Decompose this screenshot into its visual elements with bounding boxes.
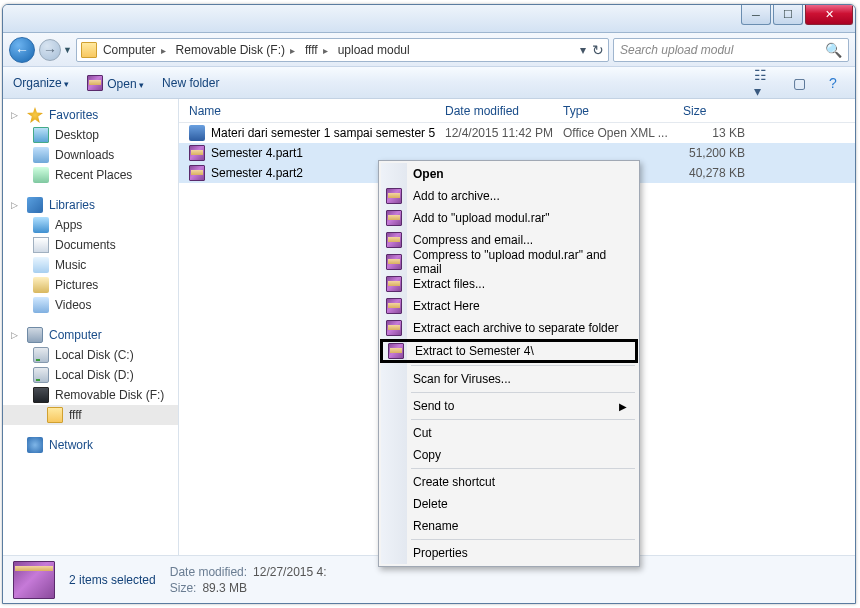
file-type: Office Open XML ... xyxy=(563,126,683,140)
recent-icon xyxy=(33,167,49,183)
tree-favorites[interactable]: ▷Favorites xyxy=(3,105,178,125)
ctx-cut[interactable]: Cut xyxy=(381,422,637,444)
help-button[interactable]: ? xyxy=(821,72,845,94)
refresh-icon[interactable]: ↻ xyxy=(592,42,604,58)
rar-icon xyxy=(386,254,402,270)
file-size: 40,278 KB xyxy=(683,166,745,180)
minimize-button[interactable]: ─ xyxy=(741,5,771,25)
crumb-upload-modul[interactable]: upload modul xyxy=(334,42,414,58)
new-folder-button[interactable]: New folder xyxy=(162,76,219,90)
organize-button[interactable]: Organize xyxy=(13,76,69,90)
tree-computer[interactable]: ▷Computer xyxy=(3,325,178,345)
downloads-icon xyxy=(33,147,49,163)
rar-icon xyxy=(386,210,402,226)
file-size: 51,200 KB xyxy=(683,146,745,160)
tree-local-d[interactable]: Local Disk (D:) xyxy=(3,365,178,385)
file-row[interactable]: Materi dari semester 1 sampai semester 5… xyxy=(179,123,855,143)
ctx-add-named[interactable]: Add to "upload modul.rar" xyxy=(381,207,637,229)
folder-icon xyxy=(47,407,63,423)
tree-network[interactable]: Network xyxy=(3,435,178,455)
rar-icon xyxy=(386,188,402,204)
tree-videos[interactable]: Videos xyxy=(3,295,178,315)
status-selected: 2 items selected xyxy=(69,573,156,587)
tree-documents[interactable]: Documents xyxy=(3,235,178,255)
col-type[interactable]: Type xyxy=(563,104,683,118)
rar-icon xyxy=(386,232,402,248)
star-icon xyxy=(27,107,43,123)
address-bar[interactable]: Computer Removable Disk (F:) ffff upload… xyxy=(76,38,609,62)
ctx-scan-viruses[interactable]: Scan for Viruses... xyxy=(381,368,637,390)
tree-downloads[interactable]: Downloads xyxy=(3,145,178,165)
ctx-send-to[interactable]: Send to▶ xyxy=(381,395,637,417)
pictures-icon xyxy=(33,277,49,293)
ctx-compress-named-email[interactable]: Compress to "upload modul.rar" and email xyxy=(381,251,637,273)
ctx-properties[interactable]: Properties xyxy=(381,542,637,564)
ctx-open[interactable]: Open xyxy=(381,163,637,185)
desktop-icon xyxy=(33,127,49,143)
drive-icon xyxy=(33,367,49,383)
tree-recent-places[interactable]: Recent Places xyxy=(3,165,178,185)
crumb-ffff[interactable]: ffff xyxy=(301,42,332,58)
view-options-button[interactable]: ☷ ▾ xyxy=(753,72,777,94)
tree-removable-f[interactable]: Removable Disk (F:) xyxy=(3,385,178,405)
rar-icon xyxy=(189,165,205,181)
file-size: 13 KB xyxy=(683,126,745,140)
preview-pane-button[interactable]: ▢ xyxy=(787,72,811,94)
file-date: 12/4/2015 11:42 PM xyxy=(445,126,563,140)
rar-icon xyxy=(386,276,402,292)
tree-desktop[interactable]: Desktop xyxy=(3,125,178,145)
ctx-extract-to[interactable]: Extract to Semester 4\ xyxy=(383,342,635,360)
column-headers[interactable]: Name Date modified Type Size xyxy=(179,99,855,123)
drive-icon xyxy=(33,347,49,363)
tree-libraries[interactable]: ▷Libraries xyxy=(3,195,178,215)
history-dropdown-icon[interactable]: ▼ xyxy=(63,45,72,55)
address-dropdown-icon[interactable]: ▾ xyxy=(580,43,586,57)
apps-icon xyxy=(33,217,49,233)
music-icon xyxy=(33,257,49,273)
tree-music[interactable]: Music xyxy=(3,255,178,275)
col-name[interactable]: Name xyxy=(189,104,445,118)
rar-icon xyxy=(386,320,402,336)
videos-icon xyxy=(33,297,49,313)
search-input[interactable]: Search upload modul 🔍 xyxy=(613,38,849,62)
open-button[interactable]: Open xyxy=(87,75,144,91)
file-name: Semester 4.part1 xyxy=(211,146,303,160)
ctx-add-archive[interactable]: Add to archive... xyxy=(381,185,637,207)
rar-icon xyxy=(386,298,402,314)
forward-button[interactable]: → xyxy=(39,39,61,61)
navigation-tree[interactable]: ▷Favorites Desktop Downloads Recent Plac… xyxy=(3,99,179,555)
tree-apps[interactable]: Apps xyxy=(3,215,178,235)
tree-ffff[interactable]: ffff xyxy=(3,405,178,425)
context-menu: Open Add to archive... Add to "upload mo… xyxy=(378,160,640,567)
tree-local-c[interactable]: Local Disk (C:) xyxy=(3,345,178,365)
close-button[interactable]: ✕ xyxy=(805,5,853,25)
computer-icon xyxy=(27,327,43,343)
documents-icon xyxy=(33,237,49,253)
word-icon xyxy=(189,125,205,141)
file-name: Semester 4.part2 xyxy=(211,166,303,180)
ctx-extract-files[interactable]: Extract files... xyxy=(381,273,637,295)
folder-icon xyxy=(81,42,97,58)
ctx-copy[interactable]: Copy xyxy=(381,444,637,466)
crumb-computer[interactable]: Computer xyxy=(99,42,170,58)
usb-drive-icon xyxy=(33,387,49,403)
ctx-extract-each[interactable]: Extract each archive to separate folder xyxy=(381,317,637,339)
rar-icon xyxy=(388,343,404,359)
col-date[interactable]: Date modified xyxy=(445,104,563,118)
tree-pictures[interactable]: Pictures xyxy=(3,275,178,295)
col-size[interactable]: Size xyxy=(683,104,763,118)
libraries-icon xyxy=(27,197,43,213)
ctx-create-shortcut[interactable]: Create shortcut xyxy=(381,471,637,493)
network-icon xyxy=(27,437,43,453)
file-name: Materi dari semester 1 sampai semester 5 xyxy=(211,126,435,140)
crumb-disk[interactable]: Removable Disk (F:) xyxy=(172,42,299,58)
ctx-delete[interactable]: Delete xyxy=(381,493,637,515)
ctx-extract-here[interactable]: Extract Here xyxy=(381,295,637,317)
back-button[interactable]: ← xyxy=(9,37,35,63)
ctx-rename[interactable]: Rename xyxy=(381,515,637,537)
submenu-arrow-icon: ▶ xyxy=(619,401,627,412)
rar-icon xyxy=(189,145,205,161)
rar-icon xyxy=(87,75,103,91)
rar-icon xyxy=(13,561,55,599)
maximize-button[interactable]: ☐ xyxy=(773,5,803,25)
